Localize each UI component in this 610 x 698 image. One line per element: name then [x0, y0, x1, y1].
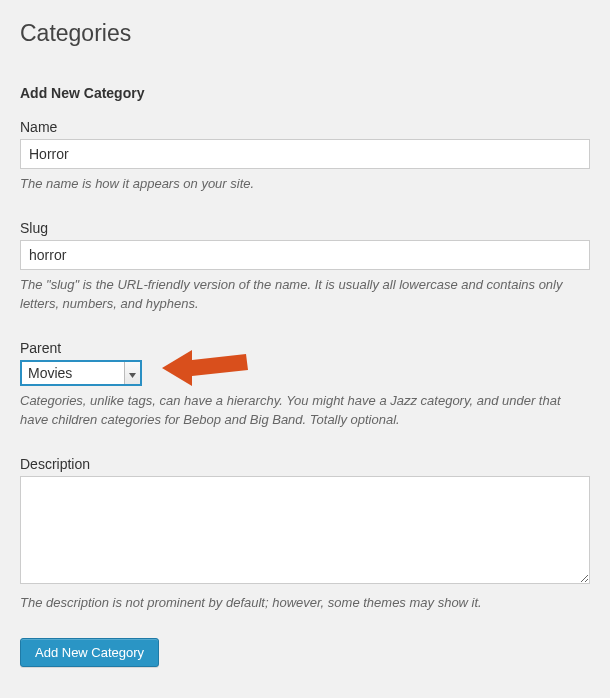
parent-label: Parent [20, 340, 590, 356]
description-label: Description [20, 456, 590, 472]
slug-input[interactable] [20, 240, 590, 270]
field-slug: Slug The "slug" is the URL-friendly vers… [20, 220, 590, 314]
section-title: Add New Category [20, 85, 590, 101]
chevron-down-icon [129, 364, 136, 382]
dropdown-button[interactable] [124, 362, 140, 384]
description-input[interactable] [20, 476, 590, 584]
slug-label: Slug [20, 220, 590, 236]
parent-select[interactable]: Movies [20, 360, 142, 386]
name-hint: The name is how it appears on your site. [20, 174, 590, 194]
field-parent: Parent Movies Categories, unlike tags, c… [20, 340, 590, 430]
page-title: Categories [20, 14, 590, 53]
parent-hint: Categories, unlike tags, can have a hier… [20, 391, 590, 430]
field-name: Name The name is how it appears on your … [20, 119, 590, 194]
add-new-category-button[interactable]: Add New Category [20, 638, 159, 667]
slug-hint: The "slug" is the URL-friendly version o… [20, 275, 590, 314]
description-hint: The description is not prominent by defa… [20, 593, 590, 613]
parent-select-value: Movies [22, 362, 140, 384]
name-label: Name [20, 119, 590, 135]
field-description: Description The description is not promi… [20, 456, 590, 613]
name-input[interactable] [20, 139, 590, 169]
